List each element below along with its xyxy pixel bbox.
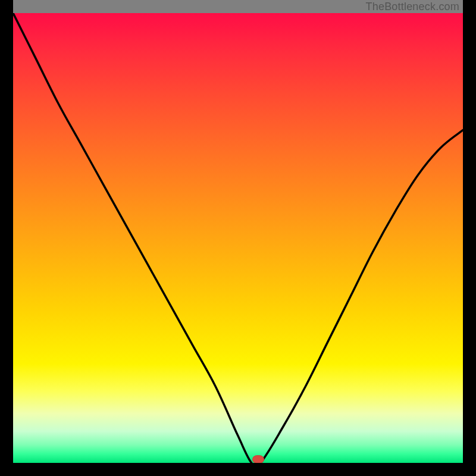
curve-path [13, 13, 463, 463]
chart-border-right [463, 0, 476, 476]
chart-border-bottom [0, 463, 476, 476]
minimum-marker [252, 455, 264, 463]
bottleneck-curve [13, 13, 463, 463]
chart-frame: TheBottleneck.com [0, 0, 476, 476]
plot-area [13, 13, 463, 463]
chart-border-left [0, 0, 13, 476]
chart-border-top [0, 0, 476, 13]
